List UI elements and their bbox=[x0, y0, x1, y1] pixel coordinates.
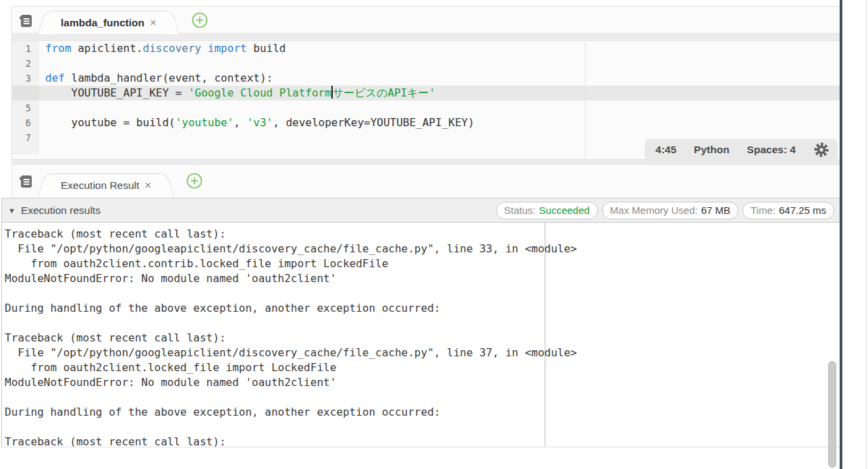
code-token: import bbox=[208, 42, 247, 55]
code-content[interactable]: from apiclient.discovery import builddef… bbox=[45, 41, 474, 145]
badge-label: Time: bbox=[751, 204, 776, 216]
result-badges: Status: Succeeded Max Memory Used: 67 MB… bbox=[496, 202, 834, 219]
print-margin bbox=[585, 41, 586, 165]
code-token: 'youtube' bbox=[175, 116, 234, 129]
output-line bbox=[5, 390, 577, 405]
language-mode[interactable]: Python bbox=[694, 144, 730, 156]
lambda-code-editor-page: lambda_function × 1234567 from apiclient… bbox=[0, 0, 868, 469]
output-line: During handling of the above exception, … bbox=[5, 405, 577, 420]
code-token: YOUTUBE_API_KEY = bbox=[45, 86, 188, 99]
code-token: , developerKey=YOUTUBE_API_KEY) bbox=[273, 116, 474, 129]
cursor-position[interactable]: 4:45 bbox=[655, 144, 676, 156]
scrollbar-thumb[interactable] bbox=[828, 361, 836, 468]
output-line: from oauth2client.locked_file import Loc… bbox=[5, 360, 577, 375]
code-token: from bbox=[45, 42, 72, 55]
badge-value: Succeeded bbox=[539, 204, 590, 216]
code-line[interactable] bbox=[45, 130, 474, 145]
triangle-down-icon[interactable]: ▼ bbox=[8, 206, 16, 215]
code-line[interactable]: youtube = build('youtube', 'v3', develop… bbox=[45, 115, 474, 130]
output-line: Traceback (most recent call last): bbox=[5, 435, 577, 447]
code-token: discovery bbox=[143, 42, 202, 55]
gear-icon[interactable] bbox=[813, 142, 830, 158]
line-number: 7 bbox=[12, 130, 39, 145]
output-line bbox=[5, 286, 577, 301]
right-pane-divider[interactable] bbox=[840, 0, 842, 469]
new-tab-icon[interactable] bbox=[186, 173, 202, 189]
results-title: Execution results bbox=[21, 204, 101, 217]
new-tab-icon[interactable] bbox=[192, 12, 208, 28]
output-line: During handling of the above exception, … bbox=[5, 301, 577, 316]
page-edge-line bbox=[866, 0, 867, 469]
tab-bar-bottom-strip bbox=[12, 33, 840, 41]
badge-label: Max Memory Used: bbox=[610, 204, 698, 216]
output-line: ModuleNotFoundError: No module named 'oa… bbox=[5, 375, 577, 390]
code-token: サービスのAPIキー' bbox=[333, 86, 435, 99]
output-line: File "/opt/python/googleapiclient/discov… bbox=[5, 346, 577, 360]
output-line: File "/opt/python/googleapiclient/discov… bbox=[5, 242, 577, 256]
code-token: youtube = build( bbox=[45, 116, 175, 129]
tab-execution-result[interactable]: Execution Result × bbox=[51, 173, 161, 196]
output-line bbox=[5, 420, 577, 435]
tab-lambda-function[interactable]: lambda_function × bbox=[51, 11, 166, 34]
code-token: 'v3' bbox=[247, 116, 273, 129]
badge-label: Status: bbox=[504, 204, 536, 216]
close-icon[interactable]: × bbox=[150, 16, 157, 30]
code-line[interactable]: YOUTUBE_API_KEY = 'Google Cloud Platform… bbox=[45, 86, 474, 101]
output-line: Traceback (most recent call last): bbox=[5, 331, 577, 346]
execution-results-header: ▼ Execution results Status: Succeeded Ma… bbox=[1, 198, 840, 223]
code-line[interactable] bbox=[45, 56, 474, 71]
memory-badge: Max Memory Used: 67 MB bbox=[602, 202, 738, 219]
file-list-icon[interactable] bbox=[12, 13, 39, 29]
gutter-active-line bbox=[12, 86, 39, 101]
code-token: 'Google Cloud Platform bbox=[188, 86, 331, 99]
text-cursor bbox=[331, 86, 333, 99]
file-list-icon[interactable] bbox=[12, 173, 39, 190]
status-badge: Status: Succeeded bbox=[496, 202, 598, 219]
editor-tab-bar: lambda_function × bbox=[12, 7, 840, 33]
results-tab-bar: Execution Result × bbox=[11, 165, 840, 197]
code-token: , bbox=[234, 116, 246, 129]
line-number: 2 bbox=[12, 56, 39, 71]
line-number: 1 bbox=[12, 41, 39, 56]
code-token bbox=[201, 42, 208, 55]
line-number: 3 bbox=[12, 71, 39, 86]
badge-value: 647.25 ms bbox=[779, 204, 826, 216]
close-icon[interactable]: × bbox=[144, 179, 151, 192]
code-token: def bbox=[45, 72, 65, 84]
line-number: 6 bbox=[12, 115, 39, 130]
code-line[interactable]: def lambda_handler(event, context): bbox=[45, 71, 474, 86]
execution-output-panel[interactable]: Traceback (most recent call last): File … bbox=[1, 223, 840, 447]
line-number: 5 bbox=[12, 101, 39, 115]
code-token: lambda_handler(event, context): bbox=[65, 72, 273, 84]
tab-label: lambda_function bbox=[61, 17, 144, 29]
tab-label: Execution Result bbox=[61, 180, 139, 192]
code-token: apiclient. bbox=[72, 42, 143, 55]
editor-status-bar: 4:45 Python Spaces: 4 bbox=[645, 139, 838, 161]
output-line: ModuleNotFoundError: No module named 'oa… bbox=[5, 271, 577, 286]
output-line: from oauth2client.contrib.locked_file im… bbox=[5, 256, 577, 271]
output-line bbox=[5, 316, 577, 331]
time-badge: Time: 647.25 ms bbox=[742, 202, 834, 219]
output-line: Traceback (most recent call last): bbox=[5, 227, 577, 242]
output-text: Traceback (most recent call last): File … bbox=[5, 227, 577, 447]
code-line[interactable] bbox=[45, 101, 474, 115]
code-editor[interactable]: 1234567 from apiclient.discovery import … bbox=[12, 41, 840, 165]
code-line[interactable]: from apiclient.discovery import build bbox=[45, 41, 474, 56]
indent-setting[interactable]: Spaces: 4 bbox=[747, 144, 796, 156]
code-token: build bbox=[247, 42, 286, 55]
code-editor-pane: lambda_function × 1234567 from apiclient… bbox=[11, 6, 840, 164]
badge-value: 67 MB bbox=[701, 204, 730, 216]
